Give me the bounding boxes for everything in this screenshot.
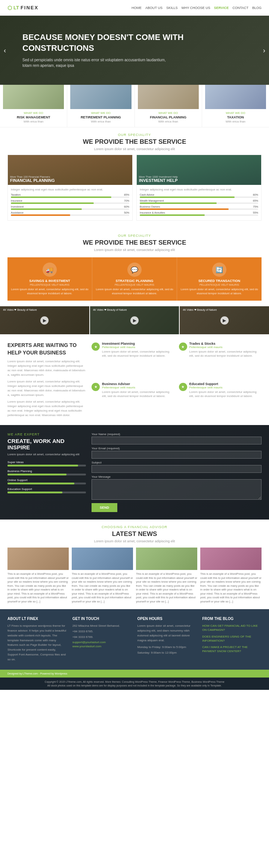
nav-blog[interactable]: BLOG xyxy=(252,6,262,10)
news-item-1: This is an example of a WordPress post, … xyxy=(7,548,69,604)
video-section: 4K Video ❤ Beauty of Nature ▶ 4K Video ❤… xyxy=(0,306,269,334)
wwd-sub-2: With erica than xyxy=(70,120,131,123)
card-2: More Than 1000 Investment Help INVESTMEN… xyxy=(136,155,262,221)
expert-text-3: Business Adviser Pellentesque velit maur… xyxy=(102,382,174,398)
card-2-top-label: More Than 1000 Investment Help xyxy=(139,176,259,178)
nav-service[interactable]: SERVICE xyxy=(214,6,229,10)
video-1[interactable]: 4K Video ❤ Beauty of Nature ▶ xyxy=(0,306,89,334)
footer-phone1: +84 3333 6785. xyxy=(72,629,132,634)
nav-about[interactable]: ABOUT US xyxy=(145,6,163,10)
create-progress-label-3: Online Support xyxy=(7,478,86,482)
card-1-desc: Integer adipiscing erat eget risus solli… xyxy=(11,188,129,191)
form-message-input[interactable] xyxy=(92,479,262,500)
video-2[interactable]: 4K Video ❤ Beauty of Nature ▶ xyxy=(90,306,179,334)
card-2-img: More Than 1000 Investment Help INVESTMEN… xyxy=(137,155,261,185)
card-2-title: INVESTMENT HELP xyxy=(139,178,259,183)
expert-text-4: Educated Support Pellentesque velit maur… xyxy=(189,382,262,398)
video-3[interactable]: 4K Video ❤ Beauty of Nature ▶ xyxy=(180,306,269,334)
service-2-desc: Lorem ipsum dolor sit amet, consectetur … xyxy=(95,288,174,295)
news-img-4 xyxy=(200,548,262,570)
footer-blog-link-3[interactable]: CAN I MAKE A PROJECT AT THE PAYMENT SNOW… xyxy=(202,645,262,653)
news-item-2: This is an example of a WordPress post, … xyxy=(72,548,133,604)
expert-item-2: ★ Trades & Stocks Pellentesque velit mau… xyxy=(179,342,262,378)
service-3-desc: Lorem ipsum dolor sit amet, consectetur … xyxy=(180,288,259,295)
card-1: More Than 100 Financial Planners FINANCI… xyxy=(7,155,133,221)
footer-title-4: From The Blog xyxy=(202,617,262,621)
hero-arrow-left[interactable]: ‹ xyxy=(4,46,6,54)
bottom-bar: Designed by LTheme.com - Powered by Word… xyxy=(0,670,269,678)
form-email-label: Your Email (required) xyxy=(92,447,262,450)
play-button-2[interactable]: ▶ xyxy=(130,316,139,325)
wwd-item-1: What We Do RISK MANAGEMENT With erica th… xyxy=(0,85,67,127)
send-button[interactable]: SEND xyxy=(92,503,117,512)
wwd-sub-3: With erica than xyxy=(138,120,199,123)
experts-left: EXPERTS ARE WAITING TO HELP YOUR BUSINES… xyxy=(7,342,86,418)
service-icon-2-icon: 💬 xyxy=(127,263,142,277)
news-img-2 xyxy=(72,548,133,570)
footer-email[interactable]: support@yourlasturl.com xyxy=(72,641,132,644)
copyright-bar: Copyright © 2015 LTtheme.com, All rights… xyxy=(0,678,269,690)
bar-label: Insurance xyxy=(11,199,22,202)
service-3-subtitle: PELLENTESQUE VELIT MAURIS xyxy=(180,283,259,286)
copyright-text-1: Copyright © 2015 LTtheme.com, All rights… xyxy=(7,681,262,683)
experts-title: EXPERTS ARE WAITING TO HELP YOUR BUSINES… xyxy=(7,342,86,356)
play-button-1[interactable]: ▶ xyxy=(40,316,49,325)
speciality2-desc: Lorem ipsum dolor sit amet, consectetur … xyxy=(7,248,262,252)
card-1-bar-3: Investment 60% xyxy=(11,205,129,210)
nav-why[interactable]: WHY CHOOSE US xyxy=(181,6,210,10)
expert-item-1: ★ Investment Planning Pellentesque velit… xyxy=(92,342,174,378)
create-progress-3: Online Support xyxy=(7,478,86,484)
footer-title-2: Get In Touch xyxy=(72,617,132,621)
form-name-input[interactable] xyxy=(92,437,262,444)
hero-title: BECAUSE MONEY DOESN'T COME WITH CONSTRUC… xyxy=(22,32,247,53)
news-item-3: This is an example of a WordPress post, … xyxy=(136,548,197,604)
service-2-subtitle: PELLENTESQUE VELIT MAURIS xyxy=(95,283,174,286)
bar-label: Taxation xyxy=(11,193,21,196)
play-button-3[interactable]: ▶ xyxy=(220,316,229,325)
bar-pct: 75% xyxy=(253,205,258,208)
hero-arrow-right[interactable]: › xyxy=(263,46,265,54)
expert-icon-1: ★ xyxy=(92,342,100,351)
service-2-title: STRATEGIC PLANNING xyxy=(95,279,174,283)
news-text-3: This is an example of a WordPress post, … xyxy=(136,572,197,604)
expert-icon-4: ★ xyxy=(179,383,187,391)
footer-blog-link-1[interactable]: HOW CAN GET FINANCIAL AID TO LIKE ON CAM… xyxy=(202,624,262,632)
bar-pct: 50% xyxy=(124,211,129,214)
form-subject-label: Subject xyxy=(92,461,262,464)
create-progress-4: Education Support xyxy=(7,487,86,493)
wwd-img-1 xyxy=(3,85,64,109)
expert-title-3: Business Adviser xyxy=(102,382,174,386)
news-img-1 xyxy=(7,548,69,570)
nav-home[interactable]: HOME xyxy=(132,6,142,10)
card-1-img: More Than 100 Financial Planners FINANCI… xyxy=(8,155,132,185)
wwd-label-1: What We Do xyxy=(3,111,64,115)
wwd-label-3: What We Do xyxy=(138,111,199,115)
footer-title-1: About LT Finex xyxy=(7,617,67,621)
logo[interactable]: ⬡ LT FINEX xyxy=(7,5,38,11)
footer-col-1: About LT Finex LT Finex is responsive wo… xyxy=(7,617,67,662)
wwd-title-1: RISK MANAGEMENT xyxy=(3,115,64,119)
bar-label: Business Owners xyxy=(140,205,160,208)
create-progress-label-2: Business Planning xyxy=(7,469,86,473)
wwd-label-4: What We Do xyxy=(205,111,266,115)
wwd-label-2: What We Do xyxy=(70,111,131,115)
card-1-bar-4: Assistance 50% xyxy=(11,211,129,216)
footer-blog-link-2[interactable]: DOES ENGINEERS USING OF THE INFORMATION? xyxy=(202,635,262,643)
nav-skills[interactable]: SKILLS xyxy=(166,6,178,10)
form-subject-input[interactable] xyxy=(92,465,262,473)
copyright-text-2: All stock photos used on this template d… xyxy=(7,684,262,687)
wwd-item-2: What We Do RETIREMENT PLANNING With eric… xyxy=(67,85,134,127)
create-right: Your Name (required) Your Email (require… xyxy=(92,433,262,512)
nav-contact[interactable]: CONTACT xyxy=(232,6,248,10)
create-desc: Lorem ipsum dolor sit amet, consectetur … xyxy=(7,453,86,456)
footer-website[interactable]: www.yourslasturl.com xyxy=(72,645,132,648)
expert-subtitle-4: Pellentesque velit mauris xyxy=(189,386,262,389)
experts-right: ★ Investment Planning Pellentesque velit… xyxy=(92,342,262,418)
expert-title-4: Educated Support xyxy=(189,382,262,386)
bar-label: Insurance & Annuities xyxy=(140,211,165,214)
create-label: WE ARE EXPERT xyxy=(7,433,86,436)
news-grid: This is an example of a WordPress post, … xyxy=(7,548,262,604)
footer-col-4: From The Blog HOW CAN GET FINANCIAL AID … xyxy=(202,617,262,662)
speciality1-header: OUR SPECIALITY WE PROVIDE THE BEST SERVI… xyxy=(7,133,262,151)
form-email-input[interactable] xyxy=(92,451,262,459)
